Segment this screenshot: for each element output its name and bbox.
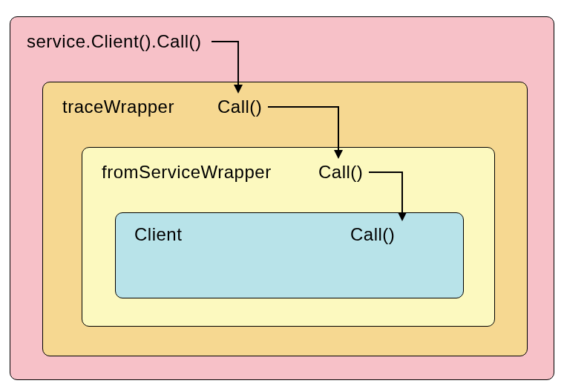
- diagram-canvas: service.Client().Call() traceWrapper Cal…: [0, 0, 564, 392]
- arrow-from-to-client: [0, 0, 564, 392]
